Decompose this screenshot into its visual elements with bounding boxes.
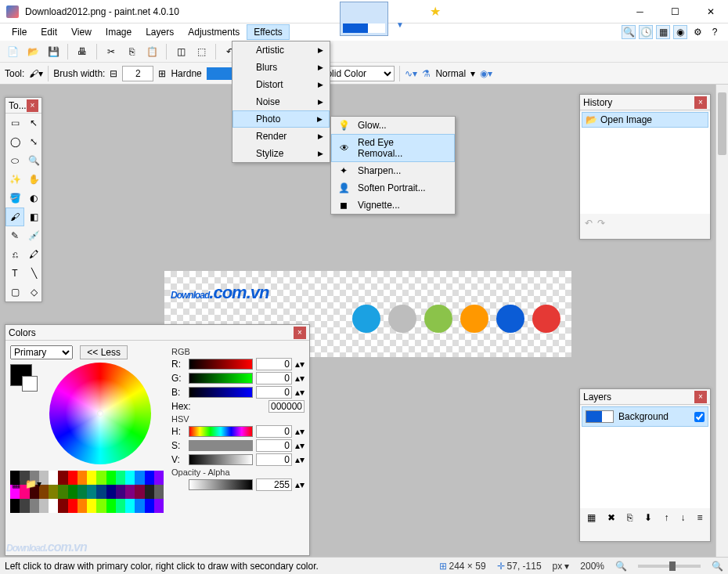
open-icon[interactable]: 📂 xyxy=(25,44,41,60)
zoom-in-icon[interactable]: 🔍 xyxy=(712,561,723,572)
effects-stylize[interactable]: Stylize▶ xyxy=(232,145,330,162)
tool-selector-icon[interactable]: 🖌▾ xyxy=(29,68,43,79)
opacity-slider[interactable] xyxy=(189,479,253,490)
tool-eraser[interactable]: ◧ xyxy=(24,208,43,226)
copy-icon[interactable]: ⎘ xyxy=(124,44,139,60)
minimize-button[interactable]: ─ xyxy=(622,0,658,23)
b-slider[interactable] xyxy=(189,387,253,398)
merge-down-icon[interactable]: ⬇ xyxy=(644,512,652,523)
r-input[interactable] xyxy=(256,358,292,370)
tool-color-picker[interactable]: 💉 xyxy=(24,226,43,245)
menu-adjustments[interactable]: Adjustments xyxy=(181,24,247,40)
print-icon[interactable]: 🖶 xyxy=(74,44,90,60)
tools-window-icon[interactable]: 🔍 xyxy=(622,25,636,39)
palette-menu-icon[interactable]: 📁▾ xyxy=(25,478,41,489)
move-down-icon[interactable]: ↓ xyxy=(680,512,685,523)
g-slider[interactable] xyxy=(189,373,253,384)
blend-icon[interactable]: ⚗ xyxy=(422,68,431,79)
tool-gradient[interactable]: ◐ xyxy=(24,189,43,208)
effects-render[interactable]: Render▶ xyxy=(232,128,330,145)
tool-clone[interactable]: ⎌ xyxy=(5,245,24,264)
photo-soften[interactable]: 👤Soften Portrait... xyxy=(331,179,455,197)
tool-lasso[interactable]: ◯ xyxy=(5,132,24,151)
menu-edit[interactable]: Edit xyxy=(34,24,64,40)
tool-zoom[interactable]: 🔍 xyxy=(24,151,43,170)
status-zoom[interactable]: 200% xyxy=(580,561,604,572)
zoom-slider[interactable] xyxy=(638,565,701,568)
tool-pencil[interactable]: ✎ xyxy=(5,226,24,245)
history-window-icon[interactable]: 🕓 xyxy=(639,25,653,39)
sampling-icon[interactable]: ◉▾ xyxy=(480,68,492,79)
v-input[interactable] xyxy=(256,453,292,466)
paste-icon[interactable]: 📋 xyxy=(144,44,160,60)
layer-props-icon[interactable]: ≡ xyxy=(697,512,702,523)
tool-fill[interactable]: 🪣 xyxy=(5,189,24,208)
layer-item[interactable]: Background xyxy=(582,406,708,427)
history-item[interactable]: 📂Open Image xyxy=(582,112,708,128)
brush-decrease-icon[interactable]: ⊟ xyxy=(110,68,117,79)
primary-swatch[interactable] xyxy=(10,364,32,386)
less-button[interactable]: << Less xyxy=(80,345,128,359)
crop-icon[interactable]: ◫ xyxy=(173,44,189,60)
history-close-button[interactable]: × xyxy=(694,96,707,109)
tool-rectangle[interactable]: ▢ xyxy=(5,283,24,301)
brush-width-input[interactable] xyxy=(122,66,153,81)
colors-close-button[interactable]: × xyxy=(294,327,306,339)
move-up-icon[interactable]: ↑ xyxy=(664,512,669,523)
photo-vignette[interactable]: ◼Vignette... xyxy=(331,197,455,214)
h-slider[interactable] xyxy=(189,426,253,437)
layers-window-icon[interactable]: ▦ xyxy=(656,25,670,39)
tool-ellipse-select[interactable]: ⬭ xyxy=(5,151,24,170)
layers-close-button[interactable]: × xyxy=(694,391,707,403)
brush-increase-icon[interactable]: ⊞ xyxy=(158,68,166,79)
menu-view[interactable]: View xyxy=(64,24,99,40)
tool-text[interactable]: T xyxy=(5,264,24,283)
menu-image[interactable]: Image xyxy=(99,24,139,40)
vertical-scrollbar[interactable] xyxy=(715,85,728,557)
history-undo-icon[interactable]: ↶ xyxy=(585,218,593,229)
tool-move-selection[interactable]: ⤡ xyxy=(24,132,43,151)
add-layer-icon[interactable]: ▦ xyxy=(587,512,596,523)
photo-sharpen[interactable]: ✦Sharpen... xyxy=(331,162,455,179)
thumbnail-dropdown-icon[interactable]: ▼ xyxy=(396,20,404,29)
antialias-icon[interactable]: ∿▾ xyxy=(405,68,417,79)
menu-file[interactable]: File xyxy=(5,24,34,40)
v-slider[interactable] xyxy=(189,454,253,465)
duplicate-layer-icon[interactable]: ⎘ xyxy=(627,512,632,523)
thumbnail-preview[interactable] xyxy=(340,2,388,36)
tool-move[interactable]: ↖ xyxy=(24,114,43,132)
opacity-input[interactable] xyxy=(256,478,292,491)
s-slider[interactable] xyxy=(189,440,253,451)
effects-photo[interactable]: Photo▶ xyxy=(232,110,330,128)
menu-effects[interactable]: Effects xyxy=(247,24,289,40)
r-slider[interactable] xyxy=(189,359,253,370)
s-input[interactable] xyxy=(256,439,292,452)
effects-artistic[interactable]: Artistic▶ xyxy=(232,42,330,59)
secondary-swatch[interactable] xyxy=(22,376,38,392)
color-wheel[interactable] xyxy=(49,363,151,464)
tool-rect-select[interactable]: ▭ xyxy=(5,114,24,132)
color-mode-select[interactable]: Primary xyxy=(10,345,73,359)
h-input[interactable] xyxy=(256,425,292,438)
tool-line[interactable]: ╲ xyxy=(24,264,43,283)
photo-glow[interactable]: 💡Glow... xyxy=(331,117,455,134)
maximize-button[interactable]: ☐ xyxy=(658,0,693,23)
new-icon[interactable]: 📄 xyxy=(5,44,20,60)
menu-layers[interactable]: Layers xyxy=(139,24,181,40)
tool-shapes[interactable]: ◇ xyxy=(24,283,43,301)
color-palette[interactable] xyxy=(10,471,164,513)
tool-pan[interactable]: ✋ xyxy=(24,170,43,189)
help-icon[interactable]: ? xyxy=(708,25,722,39)
g-input[interactable] xyxy=(256,372,292,384)
colors-window-icon[interactable]: ◉ xyxy=(673,25,687,39)
status-unit[interactable]: px ▾ xyxy=(553,561,570,572)
cut-icon[interactable]: ✂ xyxy=(103,44,119,60)
blend-mode-select[interactable]: Normal xyxy=(435,68,466,79)
tool-recolor[interactable]: 🖍 xyxy=(24,245,43,264)
history-redo-icon[interactable]: ↷ xyxy=(597,218,605,229)
delete-layer-icon[interactable]: ✖ xyxy=(607,512,615,523)
b-input[interactable] xyxy=(256,386,292,399)
hex-input[interactable] xyxy=(268,400,305,413)
save-icon[interactable]: 💾 xyxy=(45,44,61,60)
add-color-icon[interactable]: ▦ xyxy=(12,478,20,489)
